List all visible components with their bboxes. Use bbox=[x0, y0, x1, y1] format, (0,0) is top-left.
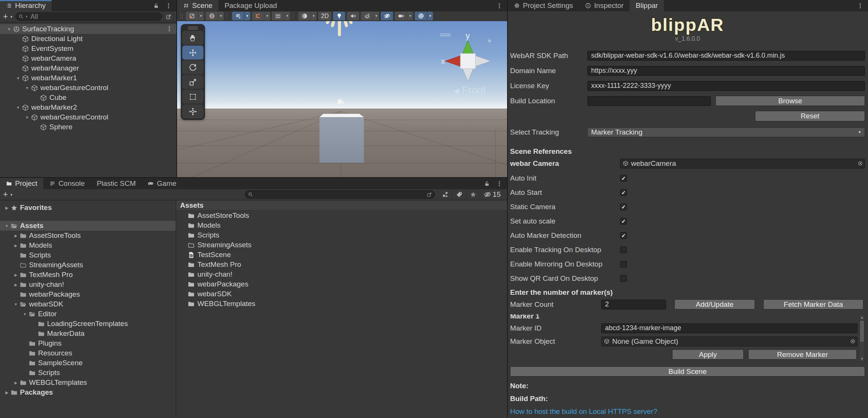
scene-effects-dropdown-caret-icon[interactable]: ▼ bbox=[373, 12, 379, 20]
project-tree-item-textmesh-pro[interactable]: ▶TextMesh Pro bbox=[0, 270, 176, 280]
move-tool-button[interactable] bbox=[182, 46, 203, 60]
marker-count-input[interactable] bbox=[601, 300, 666, 309]
scene-viewport[interactable]: y x ◀Front bbox=[177, 21, 507, 177]
filter-by-type-icon[interactable] bbox=[438, 190, 452, 199]
hierarchy-item-eventsystem[interactable]: EventSystem bbox=[0, 44, 176, 54]
project-tree-item-models[interactable]: ▶Models bbox=[0, 240, 176, 250]
expander-icon[interactable]: ▼ bbox=[21, 312, 29, 316]
domain-name-input[interactable] bbox=[587, 66, 865, 76]
tab-scene[interactable]: Scene bbox=[177, 0, 219, 11]
hierarchy-item-sphere[interactable]: Sphere bbox=[0, 122, 176, 132]
asset-item-scripts[interactable]: Scripts bbox=[176, 230, 507, 240]
snap-increment-button[interactable] bbox=[272, 12, 284, 20]
view-tool-button[interactable] bbox=[182, 31, 203, 45]
tab-console[interactable]: Console bbox=[43, 178, 91, 189]
grid-snapping-button[interactable] bbox=[252, 12, 264, 20]
expander-icon[interactable]: ▼ bbox=[14, 106, 22, 110]
hierarchy-item-webarmanager[interactable]: webarManager bbox=[0, 63, 176, 73]
object-picker-icon[interactable] bbox=[857, 161, 863, 166]
project-tree-item-webarsdk[interactable]: ▼webarSDK bbox=[0, 299, 176, 309]
project-tree-item-assets[interactable]: ▼Assets bbox=[0, 221, 176, 231]
asset-item-webgltemplates[interactable]: WEBGLTemplates bbox=[176, 299, 507, 309]
scene-lighting-button[interactable] bbox=[333, 12, 345, 20]
apply-button[interactable]: Apply bbox=[672, 349, 744, 360]
marker-scrollbar[interactable]: ▲ ▼ bbox=[859, 314, 865, 362]
tool-handle-rotation-button[interactable] bbox=[206, 12, 218, 20]
project-tree-item-packages[interactable]: ▶Packages bbox=[0, 387, 176, 397]
palette-drag-handle[interactable] bbox=[182, 26, 203, 30]
project-tree-item-samplescene[interactable]: SampleScene bbox=[0, 358, 176, 368]
open-new-window-icon[interactable] bbox=[426, 192, 432, 198]
tool-handle-position-dropdown-caret-icon[interactable]: ▼ bbox=[198, 12, 204, 20]
grid-visibility-button[interactable]: Y bbox=[232, 12, 244, 20]
item-menu-icon[interactable] bbox=[166, 26, 173, 32]
hierarchy-item-surfacetracking[interactable]: ▼SurfaceTracking bbox=[0, 24, 176, 34]
grid-snapping-dropdown-caret-icon[interactable]: ▼ bbox=[264, 12, 270, 20]
expander-icon[interactable]: ▶ bbox=[12, 234, 20, 238]
tab-package-upload[interactable]: Package Upload bbox=[219, 0, 283, 11]
cube-object[interactable] bbox=[316, 112, 369, 164]
hierarchy-item-webarmarker2[interactable]: ▼webarMarker2 bbox=[0, 103, 176, 112]
hierarchy-item-webargesturecontrol[interactable]: ▼webarGestureControl bbox=[0, 83, 176, 93]
create-button[interactable]: + bbox=[3, 12, 8, 21]
expander-icon[interactable]: ▼ bbox=[5, 27, 13, 31]
draw-mode-dropdown-caret-icon[interactable]: ▼ bbox=[311, 12, 316, 20]
scene-audio-button[interactable] bbox=[347, 12, 359, 20]
add-update-button[interactable]: Add/Update bbox=[674, 299, 755, 309]
marker-id-input[interactable] bbox=[601, 323, 857, 333]
gizmo-lock-icon[interactable] bbox=[487, 38, 492, 43]
expander-icon[interactable]: ▼ bbox=[23, 86, 31, 90]
checkbox-auto-marker-detection[interactable]: ✓ bbox=[620, 232, 627, 239]
asset-item-textmesh-pro[interactable]: TextMesh Pro bbox=[176, 260, 507, 269]
draw-mode-button[interactable] bbox=[298, 12, 310, 20]
tab-plastic-scm[interactable]: Plastic SCM bbox=[91, 178, 142, 189]
hierarchy-item-cube[interactable]: Cube bbox=[0, 93, 176, 103]
tab-game[interactable]: Game bbox=[142, 178, 182, 189]
scene-visibility-button[interactable] bbox=[381, 12, 393, 20]
rotate-tool-button[interactable] bbox=[182, 60, 203, 74]
gizmos-dropdown-caret-icon[interactable]: ▼ bbox=[427, 12, 433, 20]
project-tree-item-streamingassets[interactable]: StreamingAssets bbox=[0, 260, 176, 270]
hierarchy-item-directional-light[interactable]: Directional Light bbox=[0, 34, 176, 44]
asset-item-streamingassets[interactable]: StreamingAssets bbox=[176, 240, 507, 250]
scale-tool-button[interactable] bbox=[182, 75, 203, 89]
transform-tool-button[interactable] bbox=[182, 104, 203, 118]
gizmo-view-label[interactable]: ◀Front bbox=[443, 84, 496, 96]
hierarchy-item-webargesturecontrol[interactable]: ▼webarGestureControl bbox=[0, 112, 176, 122]
expander-icon[interactable]: ▶ bbox=[12, 283, 20, 287]
reset-button[interactable]: Reset bbox=[755, 111, 865, 121]
toolbar-drag-handle[interactable] bbox=[180, 13, 183, 19]
checkbox-static-camera[interactable]: ✓ bbox=[620, 204, 627, 210]
project-tree-item-plugins[interactable]: Plugins bbox=[0, 338, 176, 348]
project-tree-item-markerdata[interactable]: MarkerData bbox=[0, 329, 176, 338]
expander-icon[interactable]: ▼ bbox=[14, 76, 22, 80]
expander-icon[interactable]: ▶ bbox=[3, 206, 11, 210]
panel-menu-icon[interactable] bbox=[857, 3, 863, 9]
webar-sdk-path-input[interactable] bbox=[587, 51, 865, 61]
remove-marker-button[interactable]: Remove Marker bbox=[748, 349, 857, 360]
checkbox-set-auto-scale[interactable]: ✓ bbox=[620, 218, 627, 225]
tool-handle-position-button[interactable] bbox=[186, 12, 198, 20]
license-key-input[interactable] bbox=[587, 81, 865, 91]
asset-item-unity-chan[interactable]: unity-chan! bbox=[176, 269, 507, 279]
create-button[interactable]: + bbox=[3, 190, 8, 199]
panel-menu-icon[interactable] bbox=[496, 3, 503, 9]
project-tree-item-assetstoretools[interactable]: ▶AssetStoreTools bbox=[0, 231, 176, 240]
expander-icon[interactable]: ▼ bbox=[12, 302, 20, 306]
camera-gizmo-icon[interactable] bbox=[336, 98, 346, 106]
project-search[interactable] bbox=[245, 190, 435, 199]
panel-menu-icon[interactable] bbox=[165, 3, 172, 9]
asset-item-testscene[interactable]: TestScene bbox=[176, 250, 507, 260]
create-dropdown-caret-icon[interactable]: ▼ bbox=[10, 15, 13, 19]
expander-icon[interactable]: ▼ bbox=[23, 115, 31, 119]
grid-visibility-dropdown-caret-icon[interactable]: ▼ bbox=[245, 12, 250, 20]
expander-icon[interactable]: ▶ bbox=[12, 243, 20, 248]
scene-effects-button[interactable] bbox=[361, 12, 373, 20]
project-tree-item-unity-chan[interactable]: ▶unity-chan! bbox=[0, 280, 176, 289]
gizmos-button[interactable] bbox=[415, 12, 427, 20]
browse-button[interactable]: Browse bbox=[715, 96, 865, 106]
project-search-input[interactable] bbox=[255, 190, 425, 199]
expander-icon[interactable]: ▼ bbox=[3, 224, 11, 228]
project-tree-item-resources[interactable]: Resources bbox=[0, 348, 176, 358]
scroll-down-icon[interactable]: ▼ bbox=[860, 356, 864, 361]
